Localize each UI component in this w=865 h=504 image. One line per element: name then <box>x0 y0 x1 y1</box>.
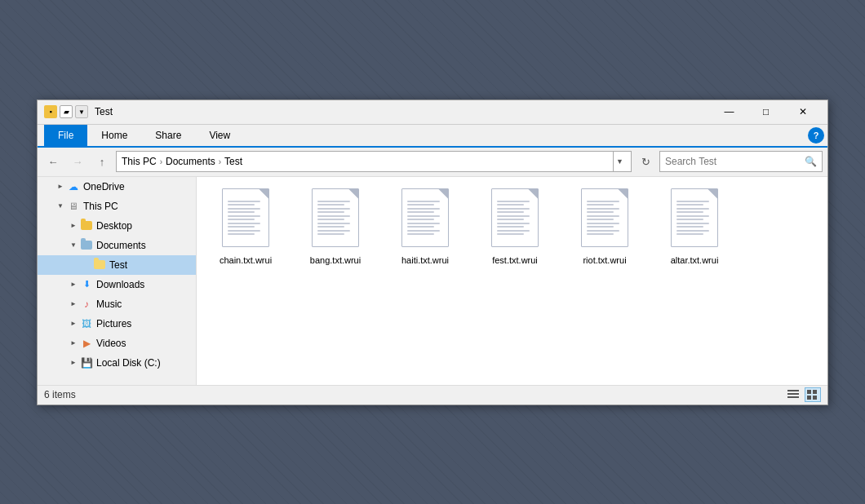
sidebar-label-music: Music <box>96 298 122 310</box>
tab-view[interactable]: View <box>195 125 244 146</box>
desktop-folder-icon <box>80 219 93 232</box>
tab-home[interactable]: Home <box>87 125 141 146</box>
file-label-3: haiti.txt.wrui <box>401 254 449 266</box>
file-label-5: riot.txt.wrui <box>583 254 626 266</box>
expand-documents[interactable]: ▼ <box>67 239 80 252</box>
svg-rect-5 <box>807 396 811 400</box>
file-item-4[interactable]: fest.txt.wrui <box>474 185 556 269</box>
file-grid: chain.txt.wrui bang.txt.wrui <box>197 177 827 385</box>
details-view-button[interactable] <box>785 387 801 402</box>
sidebar-item-thispc[interactable]: ▼ 🖥 This PC <box>38 197 196 216</box>
sidebar-item-test[interactable]: ► Test <box>38 255 196 275</box>
documents-folder-icon <box>80 239 93 252</box>
svg-rect-1 <box>787 393 799 395</box>
expand-onedrive[interactable]: ► <box>54 180 67 193</box>
nav-bar: ← → ↑ This PC › Documents › Test ▼ ↻ 🔍 <box>38 148 827 177</box>
maximize-button[interactable]: □ <box>747 99 784 124</box>
svg-rect-3 <box>807 390 811 394</box>
file-label-4: fest.txt.wrui <box>492 254 538 266</box>
sidebar-item-onedrive[interactable]: ► ☁ OneDrive <box>38 177 196 197</box>
title-bar: ▪ ▰ ▼ Test — □ ✕ <box>38 100 827 125</box>
window-controls: — □ ✕ <box>711 99 821 124</box>
sidebar-label-downloads: Downloads <box>96 279 144 290</box>
sidebar-label-localdisk: Local Disk (C:) <box>96 357 161 369</box>
file-item-1[interactable]: chain.txt.wrui <box>205 185 286 269</box>
sidebar-label-videos: Videos <box>96 338 126 349</box>
videos-folder-icon: ▶ <box>80 337 93 350</box>
explorer-window: ▪ ▰ ▼ Test — □ ✕ File Home Share View ? … <box>37 99 828 405</box>
sidebar-item-videos[interactable]: ► ▶ Videos <box>38 334 196 353</box>
file-label-1: chain.txt.wrui <box>220 254 272 266</box>
sidebar-label-documents: Documents <box>96 240 146 251</box>
sidebar-item-downloads[interactable]: ► ⬇ Downloads <box>38 275 196 294</box>
addr-documents[interactable]: Documents <box>166 156 215 167</box>
refresh-button[interactable]: ↻ <box>635 151 656 172</box>
svg-rect-6 <box>813 396 817 400</box>
up-button[interactable]: ↑ <box>91 151 113 172</box>
large-icon-view-button[interactable] <box>805 387 821 402</box>
file-icon-5 <box>577 188 632 252</box>
address-dropdown-button[interactable]: ▼ <box>613 151 626 172</box>
forward-button[interactable]: → <box>67 151 88 172</box>
file-item-6[interactable]: altar.txt.wrui <box>654 185 735 269</box>
expand-localdisk[interactable]: ► <box>67 356 80 369</box>
search-box[interactable]: 🔍 <box>659 151 823 172</box>
ribbon-tabs: File Home Share View ? <box>38 125 827 148</box>
close-button[interactable]: ✕ <box>784 99 821 124</box>
sidebar: ► ☁ OneDrive ▼ 🖥 This PC ► Des <box>38 177 197 385</box>
tab-file[interactable]: File <box>44 125 87 146</box>
quick-access-icon-1[interactable]: ▪ <box>44 105 57 118</box>
address-bar[interactable]: This PC › Documents › Test ▼ <box>116 151 632 172</box>
file-label-2: bang.txt.wrui <box>310 254 361 266</box>
file-item-3[interactable]: haiti.txt.wrui <box>384 185 466 269</box>
sidebar-label-desktop: Desktop <box>96 220 132 232</box>
test-folder-icon <box>93 259 106 272</box>
file-icon-2 <box>308 188 363 252</box>
onedrive-icon: ☁ <box>67 180 80 193</box>
tab-share[interactable]: Share <box>141 125 195 146</box>
sidebar-item-music[interactable]: ► ♪ Music <box>38 294 196 314</box>
file-item-5[interactable]: riot.txt.wrui <box>564 185 645 269</box>
addr-thispc[interactable]: This PC <box>122 156 157 167</box>
file-item-2[interactable]: bang.txt.wrui <box>295 185 376 269</box>
view-buttons <box>785 387 821 402</box>
expand-desktop[interactable]: ► <box>67 219 80 232</box>
help-button[interactable]: ? <box>808 127 824 144</box>
expand-pictures[interactable]: ► <box>67 317 80 330</box>
file-icon-4 <box>487 188 543 252</box>
svg-rect-4 <box>813 390 817 394</box>
svg-rect-0 <box>787 390 799 391</box>
addr-test[interactable]: Test <box>224 156 242 167</box>
file-icon-3 <box>397 188 453 252</box>
sidebar-item-pictures[interactable]: ► 🖼 Pictures <box>38 314 196 334</box>
sidebar-label-onedrive: OneDrive <box>83 181 125 192</box>
quick-access-dropdown[interactable]: ▼ <box>75 105 88 118</box>
expand-videos[interactable]: ► <box>67 337 80 350</box>
title-bar-quick-access: ▪ ▰ ▼ <box>44 105 88 118</box>
svg-rect-2 <box>787 396 799 398</box>
sidebar-label-test: Test <box>109 259 127 271</box>
sidebar-item-localdisk[interactable]: ► 💾 Local Disk (C:) <box>38 353 196 373</box>
addr-sep-1: › <box>160 157 162 166</box>
file-icon-1 <box>218 188 273 252</box>
sidebar-item-documents[interactable]: ▼ Documents <box>38 236 196 255</box>
search-icon[interactable]: 🔍 <box>805 156 817 167</box>
sidebar-label-thispc: This PC <box>83 201 118 212</box>
search-input[interactable] <box>665 156 801 167</box>
address-parts: This PC › Documents › Test <box>122 156 613 167</box>
back-button[interactable]: ← <box>42 151 64 172</box>
minimize-button[interactable]: — <box>711 99 747 124</box>
downloads-folder-icon: ⬇ <box>80 278 93 291</box>
localdisk-icon: 💾 <box>80 356 93 369</box>
expand-thispc[interactable]: ▼ <box>54 200 67 213</box>
quick-access-icon-2[interactable]: ▰ <box>60 105 73 118</box>
window-title: Test <box>95 106 113 117</box>
sidebar-item-desktop[interactable]: ► Desktop <box>38 216 196 236</box>
file-icon-6 <box>667 188 722 252</box>
expand-music[interactable]: ► <box>67 298 80 311</box>
expand-downloads[interactable]: ► <box>67 278 80 291</box>
status-bar: 6 items <box>38 385 827 405</box>
item-count: 6 items <box>44 389 76 400</box>
pictures-folder-icon: 🖼 <box>80 317 93 330</box>
addr-sep-2: › <box>219 157 221 166</box>
